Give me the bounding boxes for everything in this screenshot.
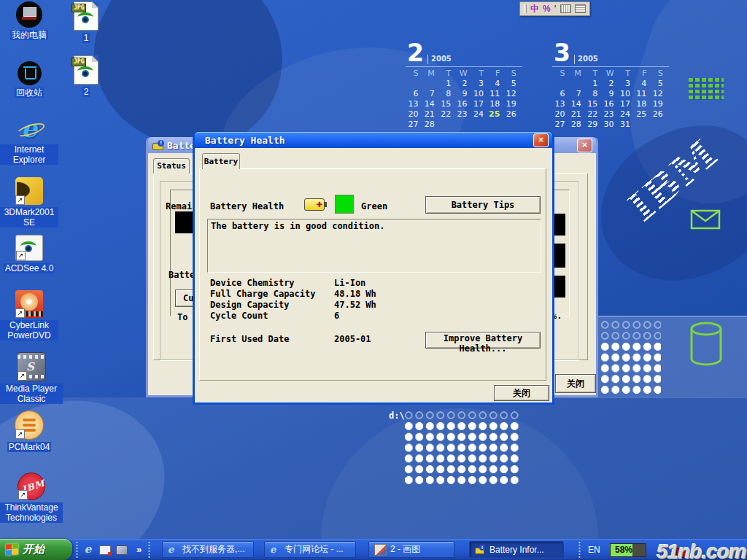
taskbar-button-battery-information[interactable]: ! Battery Infor... [469,541,564,558]
powerdvd-icon: ↗ [15,290,43,318]
eye-thumbnail-icon [77,12,93,24]
calendar-day: 22 [438,109,454,120]
battery-alert-icon: ! [475,545,486,555]
quick-launch-show-desktop-icon[interactable] [116,543,128,556]
calendar-day-header: S [552,69,568,79]
desktop-icon-3dmark2001[interactable]: ↗ 3DMark2001 SE [0,177,58,228]
tray-icon-red[interactable] [676,548,688,558]
calendar-day: 28 [568,120,584,130]
calendar-day: 26 [503,109,519,120]
pcmark-icon: ↗ [15,411,44,440]
shortcut-arrow-icon: ↗ [18,371,27,381]
wallpaper-calendar-february: 2 2005 SMTWTFS 1234567891011121314151617… [406,40,522,130]
cylinder-icon [689,321,724,369]
close-icon[interactable]: × [577,139,592,152]
first-used-label: First Used Date [210,334,334,344]
battery-label-fragment: Batte [169,270,195,280]
calendar-day: 27 [406,120,422,130]
shortcut-arrow-icon: ↗ [15,308,25,318]
desktop-icon-pcmark04[interactable]: ↗ PCMark04 [0,411,58,452]
improve-battery-health-button[interactable]: Improve Battery Health... [425,332,541,349]
calendar-month-title: 2 2005 [406,40,522,64]
calendar-day [438,120,454,130]
battery-details-list: Device ChemistryLi-Ion Full Charge Capac… [210,276,376,319]
calendar-day-header: M [422,69,438,79]
recycle-bin-icon [18,61,42,85]
desktop-icon-powerdvd[interactable]: ↗ CyberLink PowerDVD [0,290,58,341]
battery-health-window[interactable]: Battery Health × Battery Battery Health … [193,132,554,405]
calendar-day: 11 [634,89,650,99]
taskbar-button-paint[interactable]: 2 - 画图 [368,541,454,558]
battery-icon: ✚ [304,198,325,211]
calendar-day: 26 [650,109,666,120]
desktop-icon-recycle-bin[interactable]: 回收站 [0,61,58,98]
taskbar-button-forum[interactable]: e 专门网论坛 - ... [264,541,356,558]
taskbar-separator [148,541,150,558]
condition-textbox[interactable]: The battery is in good condition. [207,219,541,273]
tab-battery[interactable]: Battery [202,153,240,169]
calendar-day-header: S [503,69,519,79]
calendar-day: 5 [503,79,519,89]
start-button[interactable]: 开始 [0,539,72,560]
desktop-icon-my-computer[interactable]: 我的电脑 [0,1,58,40]
desktop-icon-internet-explorer[interactable]: e Internet Explorer [0,114,58,165]
dot-grid-hollow [600,319,661,341]
calendar-day: 24 [618,109,634,120]
close-button[interactable]: 关闭 [494,385,549,401]
quick-launch-mail-icon[interactable] [99,543,112,556]
calendar-day: 14 [422,99,438,109]
desktop-icon-thinkvantage[interactable]: IBM ↗ ThinkVantage Technologies [0,472,63,523]
desktop-icon-acdsee[interactable]: ↗ ACDSee 4.0 [0,235,58,273]
quick-launch-overflow-chevron[interactable]: » [133,543,145,556]
acdsee-icon: ↗ [15,235,43,261]
dot-grid-filled [600,341,661,397]
calendar-day: 23 [454,109,471,120]
ime-chinese-mode[interactable]: 中 [530,4,539,14]
internet-explorer-icon: e [15,114,43,142]
desktop-icon-media-player-classic[interactable]: S ↗ Media Player Classic [0,352,63,404]
desktop-icon-jpg-1[interactable]: JPG 1 [70,1,102,43]
jpg-file-icon: JPG [74,1,98,31]
taskbar-separator [578,541,581,558]
ime-language-bar[interactable]: 中 % ' [519,1,590,16]
ie-page-icon: e [270,545,281,555]
detail-label: Cycle Count [210,311,334,321]
health-status-text: Green [361,201,387,211]
remaining-label: Remai [166,201,192,211]
desktop-icon-label: Internet Explorer [0,144,58,165]
close-icon[interactable]: × [533,133,549,147]
calendar-day [650,120,666,130]
calendar-day: 2 [601,79,617,89]
calendar-day: 18 [634,99,650,109]
calendar-day-header: S [650,69,666,79]
tab-status[interactable]: Status [153,158,190,174]
desktop-icon-label: ThinkVantage Technologies [0,502,63,523]
detail-value: 6 [334,311,339,321]
tray-battery-indicator[interactable]: 58% [610,543,646,557]
desktop: IBM 2 2005 SMTWTFS 123456789101112131415… [0,0,747,560]
shortcut-arrow-icon: ↗ [15,195,25,205]
drag-handle-icon[interactable] [524,4,527,13]
tray-language-indicator[interactable]: EN [588,545,600,555]
calendar-day [568,79,584,89]
desktop-icon-label: 我的电脑 [10,30,48,40]
title-bar[interactable]: Battery Health × [195,132,552,148]
calendar-day: 20 [406,109,422,120]
calendar-days: 1234567891011121314151617181920212223242… [406,79,522,130]
ime-width-toggle[interactable]: % [543,4,551,14]
detail-row: Cycle Count6 [210,308,376,319]
ime-punctuation-toggle[interactable]: ' [554,4,557,14]
drive-label: d:\ [389,411,405,421]
calendar-day: 9 [454,89,471,99]
ime-menu-icon[interactable] [575,4,586,13]
soft-keyboard-icon[interactable] [560,4,571,13]
close-button[interactable]: 关闭 [555,374,596,393]
calendar-day: 15 [585,99,601,109]
calendar-day: 9 [601,89,617,99]
desktop-icon-jpg-2[interactable]: JPG 2 [70,55,102,97]
taskbar-button-server-not-found[interactable]: e 找不到服务器,... [162,541,254,558]
quick-launch-ie-icon[interactable]: e [82,543,94,556]
page-fold [92,1,98,8]
battery-tips-button[interactable]: Battery Tips [425,196,541,214]
calendar-year: 2005 [574,55,598,64]
